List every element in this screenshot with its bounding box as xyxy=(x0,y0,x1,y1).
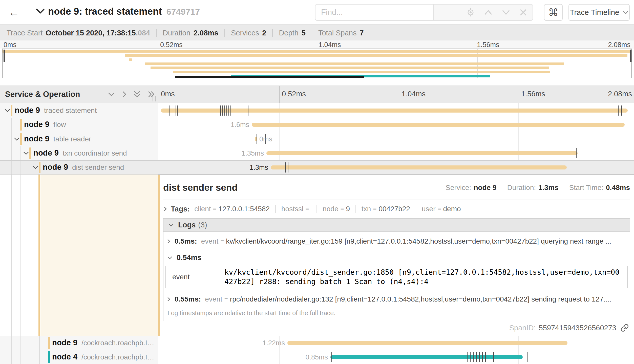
span-row[interactable]: node 9/cockroach.roachpb.I…1.22ms xyxy=(0,336,634,350)
span-name-cell[interactable]: node 9flow xyxy=(0,118,158,132)
minimap-scrub-handle[interactable] xyxy=(630,50,631,62)
log-entry[interactable]: 0.5ms:event=kv/kvclient/kvcoord/range_it… xyxy=(163,232,630,251)
log-marker-tick xyxy=(224,105,225,116)
divider xyxy=(272,29,273,37)
indent-guide xyxy=(11,161,12,174)
link-icon[interactable] xyxy=(620,324,629,332)
collapse-all-icon[interactable] xyxy=(133,91,141,98)
row-expand-chevron-icon[interactable] xyxy=(23,152,29,156)
span-duration-bar[interactable] xyxy=(266,151,578,155)
ruler-tick-line xyxy=(519,86,519,103)
span-timeline-cell[interactable]: 1.22ms xyxy=(158,336,634,350)
service-name: node 9traced statement xyxy=(15,105,97,115)
keyboard-shortcuts-button[interactable]: ⌘ xyxy=(544,4,563,21)
span-timeline-cell[interactable] xyxy=(158,103,634,118)
log-marker-tick xyxy=(576,148,577,158)
match-focus-icon[interactable] xyxy=(466,8,475,17)
span-name-cell[interactable]: node 9dist sender send xyxy=(0,161,158,174)
column-resize-grip[interactable] xyxy=(153,96,156,101)
span-duration-label: 0ms xyxy=(259,135,272,143)
tag-item[interactable]: node=9 xyxy=(323,205,350,213)
tag-value: demo xyxy=(443,205,461,213)
tag-divider xyxy=(316,205,317,213)
equals-sign: = xyxy=(373,205,376,212)
span-row[interactable]: node 9traced statement xyxy=(0,103,634,118)
span-duration-bar[interactable] xyxy=(287,341,567,345)
prev-match-icon[interactable] xyxy=(484,9,493,15)
log-marker-tick xyxy=(183,105,183,116)
divider xyxy=(564,184,564,191)
back-button[interactable]: ← xyxy=(0,0,28,24)
log-entry-expanded-header[interactable]: 0.54ms xyxy=(163,251,630,264)
timeline-ruler: 0ms0.52ms1.04ms1.56ms2.08ms xyxy=(158,86,634,103)
span-name-cell[interactable]: node 9table reader xyxy=(0,132,158,146)
span-duration-label: 1.3ms xyxy=(249,164,268,172)
span-color-bar xyxy=(20,133,22,145)
logs-header[interactable]: Logs (3) xyxy=(163,219,630,232)
span-row[interactable]: node 9table reader0ms xyxy=(0,132,634,146)
service-name: node 9flow xyxy=(24,120,66,129)
span-row[interactable]: node 9dist sender send1.3ms xyxy=(0,160,634,175)
indent-guide xyxy=(11,132,12,146)
minimap-viewport-indicator[interactable] xyxy=(175,76,364,78)
summary-label: Depth xyxy=(279,29,298,37)
span-row[interactable]: node 9txn coordinator send1.35ms xyxy=(0,146,634,160)
span-duration-bar[interactable] xyxy=(252,123,625,127)
log-marker-tick xyxy=(331,352,332,362)
minimap[interactable] xyxy=(2,49,632,78)
collapse-title-chevron-icon[interactable] xyxy=(36,9,45,14)
divider xyxy=(312,29,312,37)
row-expand-chevron-icon[interactable] xyxy=(33,166,38,170)
trace-view-selector[interactable]: Trace Timeline xyxy=(568,4,630,21)
service-name: node 4/cockroach.roachpb.I… xyxy=(52,352,154,361)
meta-label: Duration: xyxy=(507,184,536,192)
row-expand-chevron-icon[interactable] xyxy=(5,109,10,113)
find-bar xyxy=(315,4,533,21)
clear-find-icon[interactable] xyxy=(519,9,527,16)
span-name-cell[interactable]: node 9txn coordinator send xyxy=(0,146,158,160)
indent-guide xyxy=(20,336,21,350)
span-timeline-cell[interactable]: 1.3ms xyxy=(158,161,634,174)
operation-name: table reader xyxy=(53,135,91,143)
log-marker-tick xyxy=(248,105,248,116)
span-timeline-cell[interactable]: 1.35ms xyxy=(158,146,634,160)
expand-log-chevron-icon xyxy=(167,296,171,302)
row-expand-chevron-icon[interactable] xyxy=(14,137,19,142)
tag-key: client xyxy=(194,205,211,213)
log-entry[interactable]: 0.55ms:event=rpc/nodedialer/nodedialer.g… xyxy=(163,288,630,307)
indent-guide xyxy=(39,336,40,350)
span-timeline-cell[interactable]: 0ms xyxy=(158,132,634,146)
find-input[interactable] xyxy=(315,5,434,20)
span-row[interactable]: node 4/cockroach.roachpb.I…0.85ms xyxy=(0,350,634,364)
span-duration-bar[interactable] xyxy=(330,355,523,359)
span-name-cell[interactable]: node 4/cockroach.roachpb.I… xyxy=(0,350,158,364)
minimap-scrub-handle[interactable] xyxy=(4,50,5,62)
trace-summary-bar: Trace StartOctober 15 2020, 17:38:15.084… xyxy=(0,25,634,40)
expand-one-icon[interactable] xyxy=(122,91,127,98)
tag-item[interactable]: hostssl= xyxy=(281,205,311,213)
indent-guide xyxy=(30,161,30,174)
span-duration-bar[interactable] xyxy=(271,165,567,169)
log-marker-tick xyxy=(228,105,229,116)
tag-item[interactable]: client=127.0.0.1:54582 xyxy=(194,205,270,213)
selected-span-tint xyxy=(40,175,158,336)
log-marker-tick xyxy=(285,162,286,173)
span-timeline-cell[interactable]: 0.85ms xyxy=(158,350,634,364)
span-color-bar xyxy=(39,162,40,173)
next-match-icon[interactable] xyxy=(502,9,510,15)
span-color-bar xyxy=(48,337,50,349)
span-timeline-cell[interactable]: 1.6ms xyxy=(158,118,634,132)
tags-row[interactable]: Tags: client=127.0.0.1:54582hostssl=node… xyxy=(163,205,630,213)
span-row[interactable]: node 9flow1.6ms xyxy=(0,118,634,132)
service-operation-header: Service & Operation xyxy=(0,86,158,103)
equals-sign: = xyxy=(213,205,217,212)
log-timestamp: 0.55ms: xyxy=(175,295,201,303)
page-title: node 9: traced statement6749717 xyxy=(48,6,200,17)
collapse-logs-chevron-icon xyxy=(168,223,174,227)
collapse-one-icon[interactable] xyxy=(108,92,115,97)
tag-item[interactable]: user=demo xyxy=(422,205,461,213)
span-name-cell[interactable]: node 9/cockroach.roachpb.I… xyxy=(0,336,158,350)
tag-item[interactable]: txn=00427b22 xyxy=(362,205,410,213)
trace-id: 6749717 xyxy=(166,7,200,16)
span-name-cell[interactable]: node 9traced statement xyxy=(0,103,158,118)
